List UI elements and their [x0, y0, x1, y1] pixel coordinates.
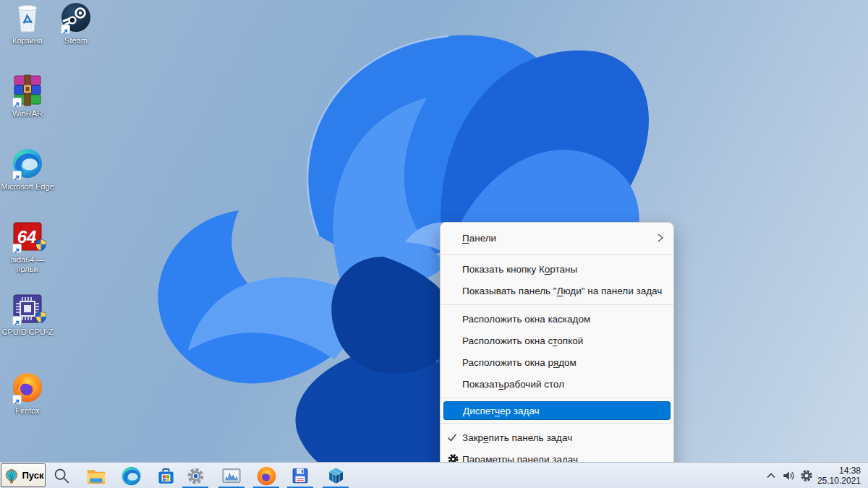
checkmark-icon [447, 433, 457, 442]
shortcut-arrow-icon [12, 244, 22, 253]
desktop-icon-label: aida64 — ярлык [0, 255, 55, 274]
taskbar-button-firefox[interactable] [252, 463, 281, 488]
desktop-icon-microsoft-edge[interactable]: Microsoft Edge [0, 147, 55, 192]
desktop-icon-label: Firefox [15, 406, 40, 416]
uac-shield-icon [35, 311, 46, 326]
menu-item-lock-taskbar[interactable]: Закрепить панель задач [441, 427, 673, 448]
shortcut-arrow-icon [12, 395, 22, 404]
desktop-icon-label: CPUID CPU-Z [2, 328, 54, 337]
file-explorer-icon [86, 466, 106, 485]
floppy-disk-icon [291, 466, 310, 485]
tray-clock[interactable]: 14:38 25.10.2021 [816, 466, 861, 486]
registry-cube-icon [326, 466, 346, 486]
recycle-bin-icon [13, 1, 42, 33]
system-monitor-icon [221, 466, 242, 485]
desktop-icon-label: Корзина [12, 36, 43, 46]
desktop-icon-firefox[interactable]: Firefox [0, 372, 55, 416]
taskbar-context-menu: Панели Показать кнопку Кортаны Показыват… [440, 222, 674, 472]
taskbar-button-system-monitor[interactable] [217, 463, 246, 488]
menu-separator [441, 304, 673, 305]
search-icon [52, 466, 71, 485]
desktop-icon-cpuid-cpu-z[interactable]: CPUID CPU-Z [0, 293, 55, 337]
firefox-icon [257, 466, 276, 486]
shortcut-arrow-icon [12, 98, 22, 107]
menu-separator [441, 398, 673, 398]
menu-item-show-cortana-button[interactable]: Показать кнопку Кортаны [441, 258, 673, 280]
shortcut-arrow-icon [61, 25, 70, 34]
shortcut-arrow-icon [12, 171, 22, 180]
uac-shield-icon [35, 239, 46, 254]
microsoft-store-icon [156, 466, 176, 486]
taskbar-button-registry-editor[interactable] [321, 463, 350, 488]
menu-item-show-people-bar[interactable]: Показывать панель "Люди" на панели задач [441, 280, 673, 301]
desktop-icon-steam[interactable]: Steam [48, 1, 103, 46]
desktop-icon-aida64[interactable]: 64 aida64 — ярлык [0, 221, 55, 274]
menu-item-show-desktop[interactable]: Показать рабочий стол [441, 373, 673, 395]
tray-time: 14:38 [816, 466, 861, 476]
menu-item-side-by-side-windows[interactable]: Расположить окна рядом [441, 351, 673, 373]
taskbar-button-floppy-save-app[interactable] [286, 463, 315, 488]
start-button-label: Пуск [22, 470, 44, 481]
settings-gear-icon [186, 466, 205, 486]
taskbar-button-microsoft-edge[interactable] [116, 463, 145, 488]
tray-date: 25.10.2021 [816, 476, 861, 486]
shortcut-arrow-icon [12, 316, 22, 325]
menu-separator [441, 254, 673, 255]
submenu-chevron-icon [656, 231, 665, 245]
taskbar: Пуск [0, 462, 868, 488]
menu-item-stack-windows[interactable]: Расположить окна стопкой [441, 330, 673, 351]
taskbar-button-microsoft-store[interactable] [151, 463, 180, 488]
desktop-icon-recycle-bin[interactable]: Корзина [0, 1, 55, 46]
desktop-icon-label: Steam [64, 36, 88, 46]
taskbar-button-file-explorer[interactable] [82, 463, 111, 488]
menu-item-task-manager[interactable]: Диспетчер задач [443, 401, 671, 420]
tray-volume-button[interactable] [780, 463, 797, 488]
desktop-icon-label: Microsoft Edge [1, 182, 54, 192]
speaker-icon [781, 468, 796, 483]
start-shell-icon [3, 467, 20, 484]
microsoft-edge-icon [122, 466, 141, 486]
desktop-icon-winrar[interactable]: WinRAR [0, 74, 55, 119]
menu-item-cascade-windows[interactable]: Расположить окна каскадом [441, 308, 673, 330]
menu-separator [441, 423, 673, 424]
tray-show-hidden-icons-button[interactable] [762, 463, 780, 488]
taskbar-button-search[interactable] [47, 463, 76, 488]
tray-settings-button[interactable] [797, 463, 816, 488]
chevron-up-icon [765, 469, 778, 482]
taskbar-button-settings[interactable] [181, 463, 210, 488]
tray-gear-icon [799, 468, 814, 483]
menu-item-toolbars[interactable]: Панели [441, 224, 673, 252]
desktop-icon-label: WinRAR [12, 109, 43, 119]
desktop: Корзина Steam [0, 0, 868, 488]
start-button[interactable]: Пуск [1, 463, 46, 487]
